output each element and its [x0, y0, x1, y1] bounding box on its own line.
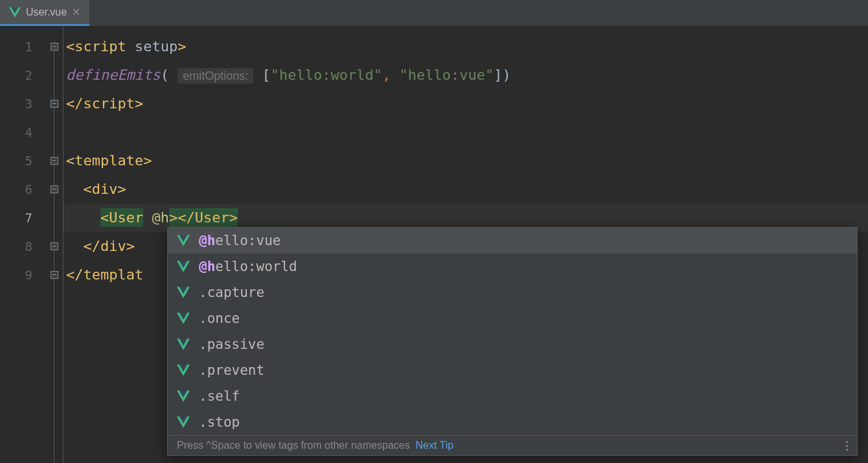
parameter-hint: emitOptions:: [177, 68, 253, 84]
tab-filename: User.vue: [26, 6, 67, 18]
code-line[interactable]: defineEmits( emitOptions: ["hello:world"…: [63, 61, 868, 89]
footer-hint-text: Press ^Space to view tags from other nam…: [177, 440, 410, 451]
fold-toggle-icon[interactable]: −: [51, 43, 58, 51]
fold-end-icon[interactable]: −: [51, 243, 58, 250]
autocomplete-item[interactable]: .prevent: [168, 357, 857, 383]
autocomplete-item[interactable]: @hello:world: [168, 254, 857, 279]
next-tip-link[interactable]: Next Tip: [416, 440, 454, 451]
close-tab-icon[interactable]: ✕: [72, 6, 80, 18]
autocomplete-item[interactable]: .once: [168, 305, 857, 331]
vue-icon: [177, 287, 190, 298]
fold-toggle-icon[interactable]: −: [51, 185, 58, 193]
autocomplete-item[interactable]: .passive: [168, 331, 857, 357]
line-number: 8: [0, 232, 45, 261]
autocomplete-item[interactable]: .stop: [168, 409, 857, 435]
line-number: 1: [0, 32, 45, 61]
autocomplete-popup: @hello:vue @hello:world .capture .once .…: [167, 227, 858, 456]
line-number-gutter: 1 2 3 4 5 6 7 8 9: [0, 26, 45, 463]
line-number: 9: [0, 261, 45, 289]
code-line[interactable]: <template>: [63, 147, 868, 175]
vue-icon: [177, 338, 190, 350]
line-number: 5: [0, 147, 45, 175]
vue-icon: [177, 390, 190, 402]
file-tab[interactable]: User.vue ✕: [0, 0, 89, 26]
vue-icon: [177, 313, 190, 324]
tab-bar: User.vue ✕: [0, 0, 868, 26]
code-line[interactable]: </script>: [63, 89, 868, 118]
autocomplete-item[interactable]: .capture: [168, 279, 857, 305]
vue-icon: [177, 416, 190, 428]
vue-file-icon: [9, 7, 21, 18]
vue-icon: [177, 261, 190, 272]
line-number: 7: [0, 204, 45, 232]
fold-column: − − − − − −: [45, 26, 63, 463]
line-number: 6: [0, 175, 45, 204]
autocomplete-footer: Press ^Space to view tags from other nam…: [168, 435, 857, 455]
code-editor[interactable]: 1 2 3 4 5 6 7 8 9 − − − − − − <script se…: [0, 26, 868, 463]
autocomplete-item[interactable]: @hello:vue: [168, 228, 857, 254]
fold-toggle-icon[interactable]: −: [51, 157, 58, 165]
code-line[interactable]: [63, 118, 868, 147]
more-options-icon[interactable]: [846, 441, 848, 451]
line-number: 4: [0, 118, 45, 147]
fold-end-icon[interactable]: −: [51, 100, 58, 108]
line-number: 2: [0, 61, 45, 89]
vue-icon: [177, 364, 190, 376]
line-number: 3: [0, 89, 45, 118]
code-line[interactable]: <div>: [63, 175, 868, 204]
fold-end-icon[interactable]: −: [51, 271, 58, 279]
code-line[interactable]: <script setup>: [63, 32, 868, 61]
autocomplete-item[interactable]: .self: [168, 383, 857, 409]
vue-icon: [177, 235, 190, 246]
